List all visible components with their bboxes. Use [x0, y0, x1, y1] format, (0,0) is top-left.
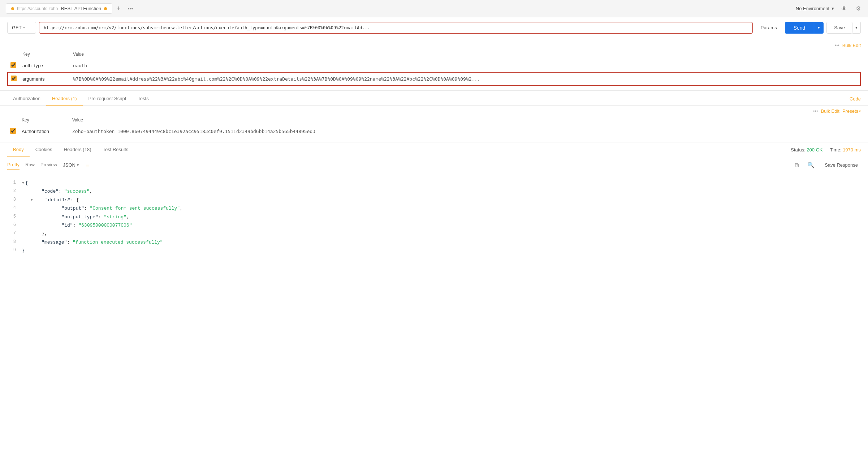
- tab-authorization[interactable]: Authorization: [7, 92, 46, 106]
- header-row1-check-cell: [7, 125, 19, 138]
- copy-button[interactable]: ⧉: [793, 160, 800, 170]
- line-num-7: 7: [7, 230, 16, 238]
- collapse-arrow-3[interactable]: ▾: [30, 197, 33, 203]
- headers-dots[interactable]: •••: [813, 108, 818, 114]
- params-col-key: Key: [20, 50, 70, 59]
- headers-col-check: [7, 115, 19, 125]
- format-tab-raw[interactable]: Raw: [25, 160, 35, 170]
- more-tabs-button[interactable]: •••: [125, 4, 136, 13]
- format-actions: ⧉ 🔍 Save Response: [793, 160, 861, 170]
- response-format-bar: Pretty Raw Preview JSON ▾ ≡ ⧉ 🔍 Save Res…: [0, 157, 868, 173]
- tab-rest-api[interactable]: https://accounts.zoho REST API Function: [6, 3, 112, 14]
- row1-checkbox[interactable]: [10, 62, 16, 68]
- json-line-2: 2 "code": "success",: [7, 187, 861, 196]
- line-content-6: "id": "63095000000077006": [22, 221, 132, 230]
- line-content-1: ▾{: [22, 179, 28, 187]
- eye-icon-button[interactable]: 👁: [840, 4, 848, 13]
- time-value: 1970 ms: [843, 147, 861, 153]
- line-content-2: "code": "success",: [22, 187, 92, 196]
- presets-label: Presets: [842, 108, 858, 114]
- bulk-edit-row: ••• Bulk Edit: [7, 43, 861, 48]
- save-dropdown-button[interactable]: ▾: [852, 22, 861, 34]
- row1-value: oauth: [70, 59, 860, 73]
- add-tab-button[interactable]: +: [114, 3, 124, 14]
- code-button[interactable]: Code: [850, 96, 861, 102]
- headers-col-key: Key: [19, 115, 69, 125]
- params-col-check: [8, 50, 20, 59]
- response-area: Body Cookies Headers (18) Test Results S…: [0, 142, 868, 261]
- headers-table: Key Value Authorization Zoho-oauthtoken …: [7, 115, 861, 138]
- send-button-group: Send ▾: [785, 22, 824, 34]
- tab-pre-request-script[interactable]: Pre-request Script: [83, 92, 132, 106]
- line-content-8: "message": "function executed successful…: [22, 238, 163, 246]
- chevron-down-icon: ▾: [832, 6, 834, 11]
- method-selector[interactable]: GET ▾: [7, 22, 36, 34]
- line-content-4: "output": "Consent form sent successfull…: [22, 204, 183, 213]
- header-right: No Environment ▾ 👁 ⚙: [796, 4, 862, 13]
- response-tab-cookies[interactable]: Cookies: [30, 142, 58, 157]
- row2-check-cell: [8, 72, 20, 86]
- params-table: Key Value auth_type oauth arguments %7B%…: [7, 50, 861, 86]
- response-tab-test-results[interactable]: Test Results: [97, 142, 134, 157]
- gear-icon-button[interactable]: ⚙: [854, 4, 862, 13]
- wrap-icon[interactable]: ≡: [86, 162, 89, 168]
- presets-button[interactable]: Presets ▾: [842, 108, 861, 114]
- response-status-bar: Status: 200 OK Time: 1970 ms: [791, 147, 861, 153]
- method-chevron-icon: ▾: [23, 26, 25, 30]
- environment-selector[interactable]: No Environment ▾: [796, 6, 834, 11]
- row1-key: auth_type: [20, 59, 70, 73]
- send-button[interactable]: Send: [785, 22, 814, 34]
- env-label: No Environment: [796, 6, 829, 11]
- save-button[interactable]: Save: [826, 22, 852, 34]
- tab-dot-2: [104, 7, 107, 10]
- bulk-edit-button[interactable]: Bulk Edit: [842, 43, 861, 48]
- search-button[interactable]: 🔍: [806, 160, 816, 170]
- json-line-4: 4 "output": "Consent form sent successfu…: [7, 204, 861, 213]
- format-json-selector[interactable]: JSON ▾: [63, 162, 79, 168]
- tab-headers[interactable]: Headers (1): [46, 92, 83, 106]
- row1-check-cell: [8, 59, 20, 73]
- time-label: Time: 1970 ms: [830, 147, 861, 153]
- method-label: GET: [12, 25, 22, 30]
- header-row1-key: Authorization: [19, 125, 69, 138]
- header-row1-value: Zoho-oauthtoken 1000.8607494449c8bc1e392…: [69, 125, 861, 138]
- url-input[interactable]: [39, 22, 753, 34]
- json-line-3: 3 ▾ "details": {: [7, 196, 861, 204]
- json-line-5: 5 "output_type": "string",: [7, 213, 861, 221]
- collapse-arrow-1[interactable]: ▾: [22, 180, 25, 186]
- header-row1-checkbox[interactable]: [10, 128, 16, 134]
- tab-tests[interactable]: Tests: [132, 92, 154, 106]
- format-tab-pretty[interactable]: Pretty: [7, 160, 20, 170]
- line-content-5: "output_type": "string",: [22, 213, 129, 221]
- line-content-9: }: [22, 246, 25, 255]
- headers-col-value: Value: [69, 115, 861, 125]
- table-row: arguments %7B%0D%0A%09%22emailAddress%22…: [8, 72, 860, 86]
- json-line-1: 1 ▾{: [7, 179, 861, 187]
- json-line-8: 8 "message": "function executed successf…: [7, 238, 861, 246]
- request-tabs: Authorization Headers (1) Pre-request Sc…: [0, 92, 868, 106]
- row2-key: arguments: [20, 72, 70, 86]
- params-button[interactable]: Params: [756, 22, 782, 33]
- format-chevron-icon: ▾: [77, 163, 79, 167]
- tab-name-label: REST API Function: [61, 6, 101, 11]
- send-dropdown-button[interactable]: ▾: [814, 22, 824, 34]
- row2-value: %7B%0D%0A%09%22emailAddress%22%3A%22abc%…: [70, 72, 860, 86]
- table-row: auth_type oauth: [8, 59, 860, 73]
- line-content-3: ▾ "details": {: [22, 196, 79, 204]
- tab-bar: https://accounts.zoho REST API Function …: [0, 0, 868, 17]
- tab-dot-1: [11, 7, 14, 10]
- params-dots[interactable]: •••: [835, 43, 839, 48]
- format-tab-preview[interactable]: Preview: [40, 160, 57, 170]
- headers-section: ••• Bulk Edit Presets ▾ Key Value Author…: [0, 106, 868, 142]
- json-line-6: 6 "id": "63095000000077006": [7, 221, 861, 230]
- save-response-button[interactable]: Save Response: [822, 161, 861, 169]
- row2-checkbox[interactable]: [11, 76, 17, 81]
- presets-chevron-icon: ▾: [859, 109, 861, 113]
- response-tab-body[interactable]: Body: [7, 142, 30, 157]
- table-row: Authorization Zoho-oauthtoken 1000.86074…: [7, 125, 861, 138]
- line-num-2: 2: [7, 187, 16, 196]
- headers-bulk-edit-button[interactable]: Bulk Edit: [821, 108, 839, 114]
- json-line-7: 7 },: [7, 230, 861, 238]
- response-tab-headers[interactable]: Headers (18): [58, 142, 97, 157]
- json-response-body: 1 ▾{ 2 "code": "success", 3 ▾ "details":…: [0, 173, 868, 261]
